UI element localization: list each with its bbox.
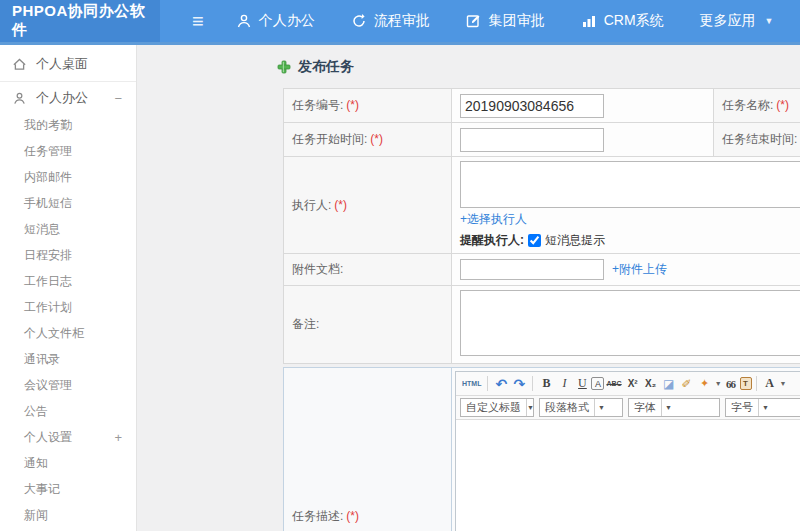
sidebar-item-internal-mail[interactable]: 内部邮件 [0,164,136,190]
hamburger-menu-icon[interactable]: ≡ [192,11,204,31]
edit-square-icon [466,13,482,29]
sidebar-item-label: 公告 [24,403,48,420]
editor-content-area[interactable] [456,420,800,531]
toolbar-separator [487,376,488,391]
sidebar-item-label: 内部邮件 [24,169,72,186]
paste-plain-icon[interactable]: T [740,377,752,390]
sms-remind-checkbox[interactable] [528,234,541,247]
font-family-label: 字体 [629,400,661,415]
workflow-icon [351,13,367,29]
font-size-select[interactable]: 字号 ▼ [725,398,800,417]
nav-personal-office[interactable]: 个人办公 [236,12,315,30]
sidebar-item-label: 个人文件柜 [24,325,84,342]
chevron-down-icon: ▼ [758,399,772,416]
sms-remind-label: 短消息提示 [545,232,605,249]
attachment-label: 附件文档: [292,262,343,276]
task-number-input[interactable] [460,94,604,118]
sidebar-item-label: 手机短信 [24,195,72,212]
strikethrough-button[interactable]: ABC [604,375,623,393]
chevron-down-icon: ▼ [661,399,675,416]
user-icon [236,13,252,29]
chevron-down-icon: ▼ [526,399,534,416]
sidebar-item-label: 通知 [24,455,48,472]
task-name-label: 任务名称: [722,98,773,112]
sidebar-item-label: 我的考勤 [24,117,72,134]
sidebar-item-personal-office[interactable]: 个人办公 − [0,84,136,112]
nav-more-apps[interactable]: 更多应用 ▼ [700,12,774,30]
nav-group-approval[interactable]: 集团审批 [466,12,545,30]
description-label: 任务描述: [292,509,343,523]
sidebar-item-mobile-sms[interactable]: 手机短信 [0,190,136,216]
required-mark: (*) [346,98,359,112]
remind-executor-label: 提醒执行人: [460,232,524,249]
end-time-label: 任务结束时间: [722,132,797,146]
app-window: PHPOA协同办公软件 ≡ 个人办公 流程审批 集团审批 [0,0,800,531]
sidebar-item-label: 通讯录 [24,351,60,368]
chevron-down-icon: ▼ [765,16,774,26]
app-logo: PHPOA协同办公软件 [0,0,160,42]
sidebar-item-label: 任务管理 [24,143,72,160]
required-mark: (*) [370,132,383,146]
underline-button[interactable]: U [573,375,591,393]
font-color-button[interactable]: A [761,375,779,393]
heading-style-select[interactable]: 自定义标题 ▼ [460,398,534,417]
format-brush-icon[interactable]: ✐ [678,375,696,393]
sidebar-item-contacts[interactable]: 通讯录 [0,346,136,372]
sidebar-item-label: 个人桌面 [36,55,88,73]
sidebar-item-personal-files[interactable]: 个人文件柜 [0,320,136,346]
nav-label: 流程审批 [374,12,430,30]
remark-textarea[interactable] [460,290,800,356]
sidebar-item-short-message[interactable]: 短消息 [0,216,136,242]
nav-crm-system[interactable]: CRM系统 [581,12,664,30]
bar-chart-icon [581,13,597,29]
nav-workflow-approval[interactable]: 流程审批 [351,12,430,30]
paragraph-format-label: 段落格式 [540,400,594,415]
sidebar-item-work-log[interactable]: 工作日志 [0,268,136,294]
font-color-caret-icon[interactable]: ▼ [780,380,787,387]
collapse-icon[interactable]: − [114,91,122,106]
sidebar: 个人桌面 个人办公 − 我的考勤 任务管理 内部邮件 手机短信 短消息 日程安排… [0,45,137,531]
html-source-button[interactable]: HTML [460,375,483,393]
executor-textarea[interactable] [460,161,800,208]
bold-button[interactable]: B [537,375,555,393]
sidebar-item-label: 个人办公 [36,89,88,107]
expand-icon[interactable]: + [114,430,122,445]
sidebar-item-work-plan[interactable]: 工作计划 [0,294,136,320]
sidebar-item-label: 日程安排 [24,247,72,264]
auto-typeset-icon[interactable]: ✦ [696,375,714,393]
sidebar-item-news[interactable]: 新闻 [0,502,136,528]
sidebar-item-personal-settings[interactable]: 个人设置+ [0,424,136,450]
superscript-button[interactable]: X² [624,375,642,393]
redo-button[interactable]: ↷ [510,375,528,393]
eraser-icon[interactable]: ◪ [660,375,678,393]
font-family-select[interactable]: 字体 ▼ [628,398,720,417]
font-size-label: 字号 [726,400,758,415]
italic-button[interactable]: I [555,375,573,393]
attachment-upload-link[interactable]: +附件上传 [612,261,667,278]
sidebar-item-schedule[interactable]: 日程安排 [0,242,136,268]
sidebar-item-my-attendance[interactable]: 我的考勤 [0,112,136,138]
required-mark: (*) [346,509,359,523]
sidebar-item-memorabilia[interactable]: 大事记 [0,476,136,502]
sidebar-item-personal-desktop[interactable]: 个人桌面 [0,50,136,78]
nav-label: 集团审批 [489,12,545,30]
editor-toolbar-row1: HTML ↶ ↷ B I U A ABC [456,372,800,396]
start-time-input[interactable] [460,128,604,152]
sidebar-item-meeting-management[interactable]: 会议管理 [0,372,136,398]
auto-typeset-caret-icon[interactable]: ▼ [715,380,722,387]
rich-text-editor: HTML ↶ ↷ B I U A ABC [455,371,800,531]
sidebar-item-label: 大事记 [24,481,60,498]
page-title-bar: 发布任务 [137,45,800,88]
subscript-button[interactable]: X₂ [642,375,660,393]
font-border-button[interactable]: A [591,377,604,390]
paragraph-format-select[interactable]: 段落格式 ▼ [539,398,623,417]
required-mark: (*) [776,98,789,112]
sidebar-item-task-management[interactable]: 任务管理 [0,138,136,164]
attachment-input[interactable] [460,259,604,280]
heading-style-label: 自定义标题 [461,400,526,415]
blockquote-button[interactable]: 66 [722,375,740,393]
undo-button[interactable]: ↶ [492,375,510,393]
sidebar-item-notice[interactable]: 通知 [0,450,136,476]
choose-executor-link[interactable]: +选择执行人 [460,212,527,226]
sidebar-item-announcement[interactable]: 公告 [0,398,136,424]
